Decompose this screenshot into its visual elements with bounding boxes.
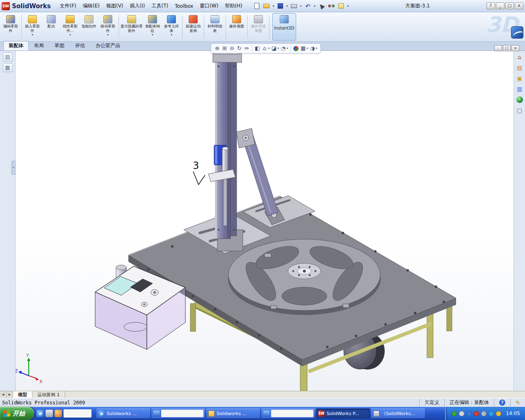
turntable-wheel[interactable] xyxy=(228,239,381,315)
quick-tips-icon[interactable]: ? xyxy=(499,399,505,406)
network-tray-icon[interactable] xyxy=(466,411,472,416)
print-dropdown-icon[interactable]: ▾ xyxy=(300,5,302,8)
display-style-icon[interactable]: ◪ xyxy=(271,45,278,52)
cm-show-hidden-components-button[interactable]: 显示隐藏的零部件 xyxy=(120,13,143,41)
appearances-scenes-icon[interactable] xyxy=(516,96,523,103)
cm-insert-component-button[interactable]: 插入零部件 ▾ xyxy=(23,13,42,41)
quick-tips-section[interactable]: ? xyxy=(494,398,510,407)
taskbar-item-solidworks[interactable]: SW SolidWorks P... xyxy=(316,409,370,418)
taskbar-item-browser[interactable]: e Solidworks ... xyxy=(96,409,150,418)
solidworks-resources-tab-icon[interactable]: ⌂ xyxy=(515,52,524,62)
cm-reference-geometry-button[interactable]: 参考几何体 ▾ xyxy=(162,13,181,41)
display-pane-icon[interactable]: ▦ xyxy=(3,63,13,72)
panel-splitter-handle[interactable]: « xyxy=(11,161,16,175)
taskbar-clock[interactable]: 14:05 xyxy=(506,411,520,416)
view-palette-icon[interactable]: ▥ xyxy=(515,84,524,94)
view-filter-icon[interactable]: ▤ xyxy=(3,52,13,62)
cm-move-component-button[interactable]: 移动零部件 ▾ xyxy=(98,13,117,41)
start-button[interactable]: 开始 xyxy=(0,407,34,420)
menu-window[interactable]: 窗口(W) xyxy=(196,1,221,11)
cm-assembly-features-button[interactable]: 装配体特征 ▾ xyxy=(143,13,162,41)
tab-office-products[interactable]: 办公室产品 xyxy=(90,41,126,50)
antivirus-tray-icon[interactable] xyxy=(474,411,479,416)
menu-help[interactable]: 帮助(H) xyxy=(221,1,245,11)
dropdown-arrow-icon[interactable]: ▾ xyxy=(287,47,288,50)
dropdown-arrow-icon[interactable]: ▾ xyxy=(307,47,308,50)
graphics-viewport[interactable]: 3 Y xyxy=(16,51,514,391)
open-dropdown-icon[interactable]: ▾ xyxy=(273,5,274,8)
note-icon[interactable] xyxy=(338,2,345,10)
zoom-to-fit-icon[interactable]: ⊕ xyxy=(214,45,221,52)
menu-file[interactable]: 文件(F) xyxy=(57,1,80,11)
undo-dropdown-icon[interactable]: ▾ xyxy=(314,5,315,8)
model-canvas[interactable]: 3 Y xyxy=(16,51,514,391)
menu-toolbox[interactable]: Toolbox xyxy=(171,2,196,11)
zoom-in-out-icon[interactable]: ⊖ xyxy=(228,45,235,52)
tab-motion-study-1[interactable]: 运动算例 1 xyxy=(32,391,65,398)
save-icon[interactable] xyxy=(276,2,284,10)
design-library-icon[interactable]: ▤ xyxy=(515,63,524,72)
cm-bill-of-materials-button[interactable]: 材料明细表 xyxy=(205,13,224,41)
pan-view-icon[interactable]: ⇔ xyxy=(243,45,250,52)
zoom-to-area-icon[interactable]: ⊞ xyxy=(221,45,228,52)
save-dropdown-icon[interactable]: ▾ xyxy=(286,5,288,8)
support-arm[interactable] xyxy=(236,128,278,216)
dropdown-arrow-icon[interactable]: ▾ xyxy=(278,47,279,50)
tab-assembly[interactable]: 装配体 xyxy=(3,41,29,50)
section-view-icon[interactable]: ◧ xyxy=(254,45,261,52)
close-button[interactable]: × xyxy=(515,2,523,9)
solidworks-resources-icon[interactable] xyxy=(511,26,523,39)
file-explorer-icon[interactable]: ▣ xyxy=(515,74,524,83)
dropdown-arrow-icon[interactable]: ▾ xyxy=(152,33,153,37)
hide-show-items-icon[interactable]: ◔ xyxy=(280,45,287,52)
dropdown-arrow-icon[interactable]: ▾ xyxy=(316,47,317,50)
internet-explorer-icon[interactable]: e xyxy=(37,410,44,417)
undo-icon[interactable]: ↶ xyxy=(304,2,311,10)
view-settings-icon[interactable]: ◑ xyxy=(309,45,316,52)
cm-new-motion-study-button[interactable]: 新建运动算例 xyxy=(184,13,203,41)
tab-sketch[interactable]: 草图 xyxy=(49,41,70,50)
update-tray-icon[interactable] xyxy=(459,411,464,416)
cm-smart-fasteners-button[interactable]: 智能扣件 xyxy=(80,13,98,41)
tab-scroll-next-icon[interactable]: ▶ xyxy=(7,391,13,398)
rotate-view-icon[interactable]: ↻ xyxy=(236,45,243,52)
messenger-tray-icon[interactable] xyxy=(488,411,494,416)
custom-properties-icon[interactable]: ▢ xyxy=(515,106,524,115)
menu-tools[interactable]: 工具(T) xyxy=(148,1,171,11)
maximize-button[interactable]: □ xyxy=(505,2,514,9)
cm-instant3d-button[interactable]: Instant3D xyxy=(272,13,296,41)
media-player-icon[interactable] xyxy=(55,410,62,417)
menu-insert[interactable]: 插入(I) xyxy=(127,1,148,11)
show-desktop-icon[interactable] xyxy=(46,410,53,417)
doc-close-button[interactable]: × xyxy=(511,45,519,51)
tab-model[interactable]: 模型 xyxy=(13,391,32,398)
dropdown-arrow-icon[interactable]: ▾ xyxy=(69,33,71,37)
dropdown-arrow-icon[interactable]: ▾ xyxy=(107,33,109,37)
taskbar-item-document[interactable]: 《SolidWorks... xyxy=(371,409,425,418)
volume-tray-icon[interactable] xyxy=(481,411,486,416)
open-document-icon[interactable] xyxy=(263,2,270,10)
menu-edit[interactable]: 编辑(E) xyxy=(80,1,103,11)
tab-scroll-prev-icon[interactable]: ◀ xyxy=(0,391,7,398)
new-document-icon[interactable] xyxy=(253,2,260,10)
dropdown-arrow-icon[interactable]: ▾ xyxy=(171,33,172,37)
ime-tray-icon[interactable] xyxy=(496,411,501,416)
doc-minimize-button[interactable]: _ xyxy=(494,45,502,51)
doc-restore-button[interactable]: □ xyxy=(503,45,511,51)
annotation-balloon[interactable]: 3 xyxy=(193,160,205,185)
vertical-column[interactable] xyxy=(213,51,242,239)
print-icon[interactable] xyxy=(290,2,298,10)
turntable-hub[interactable] xyxy=(288,263,321,279)
cm-explode-line-sketch-button[interactable]: 爆炸直线草图 xyxy=(249,13,268,41)
edit-appearance-icon[interactable] xyxy=(293,46,299,51)
cm-exploded-view-button[interactable]: 爆炸视图 xyxy=(227,13,246,41)
select-cursor-icon[interactable] xyxy=(318,2,325,10)
tab-layout[interactable]: 布局 xyxy=(29,41,49,50)
taskbar-item-folder[interactable]: Solidworks ... xyxy=(206,409,260,418)
apply-scene-icon[interactable]: ▦ xyxy=(300,45,307,52)
dropdown-arrow-icon[interactable]: ▾ xyxy=(268,47,270,50)
note-dropdown-icon[interactable]: ▾ xyxy=(347,5,349,8)
taskbar-item-window-2[interactable] xyxy=(151,409,205,418)
menu-view[interactable]: 视图(V) xyxy=(103,1,127,11)
view-orientation-icon[interactable]: ⌂ xyxy=(261,45,268,52)
